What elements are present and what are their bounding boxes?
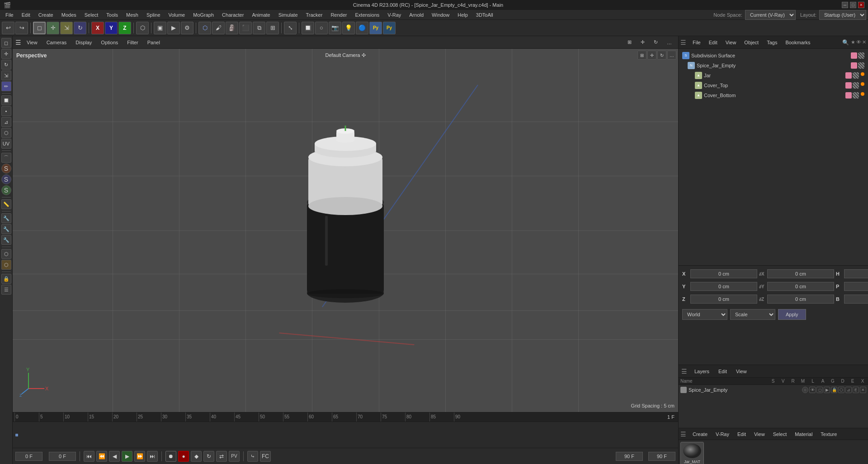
menu-select[interactable]: Select <box>81 11 102 19</box>
layer-row-spicejar[interactable]: Spice_Jar_Empty ○ 👁 ◻ ▶ 🔒 ⬡ ⊿ E ✕ <box>679 385 868 395</box>
obj-row-cover-bottom[interactable]: ▲ Cover_Bottom <box>680 90 866 100</box>
left-spline-button[interactable]: ⌒ <box>1 153 11 163</box>
vray-button[interactable]: 🔵 <box>356 22 368 34</box>
array-button[interactable]: ⊞ <box>266 22 279 34</box>
vt-cameras[interactable]: Cameras <box>43 39 71 46</box>
menu-file[interactable]: File <box>2 11 17 19</box>
layers-tab-edit[interactable]: Edit <box>715 368 731 375</box>
maximize-button[interactable]: □ <box>850 2 856 8</box>
menu-3dtoall[interactable]: 3DToAll <box>472 11 497 19</box>
obj-row-cover-top[interactable]: ▲ Cover_Top <box>680 80 866 90</box>
layers-tab-view[interactable]: View <box>732 368 750 375</box>
layer-icon-geo[interactable]: ⬡ <box>838 387 844 393</box>
om-panel-icon[interactable]: ☰ <box>680 39 686 46</box>
preview-button[interactable]: PV <box>229 451 240 462</box>
viewport-3d[interactable]: Perspective Default Camera ✣ Grid Spacin… <box>13 49 678 412</box>
vt-layout-icon[interactable]: ⊞ <box>624 38 635 46</box>
python2-button[interactable]: Py <box>383 22 396 34</box>
coord-h-input[interactable] <box>844 269 868 278</box>
left-tool-f[interactable]: 🔒 <box>1 274 11 284</box>
render-settings-button[interactable]: ⚙ <box>181 22 193 34</box>
layer-icon-eye[interactable]: 👁 <box>809 387 816 393</box>
om-object[interactable]: Object <box>741 39 762 46</box>
transform-mode-dropdown[interactable]: Scale <box>730 309 775 320</box>
left-rotate-button[interactable]: ↻ <box>1 60 11 70</box>
auto-key-button[interactable]: ● <box>178 451 189 462</box>
layer-icon-lock[interactable]: 🔒 <box>831 387 837 393</box>
rotate-tool-button[interactable]: ↻ <box>74 22 86 34</box>
vp-icon-3[interactable]: ↻ <box>657 51 666 60</box>
mat-menu-icon[interactable]: ☰ <box>680 431 686 438</box>
close-button[interactable]: ✕ <box>858 2 864 8</box>
left-s1-button[interactable]: S <box>1 164 11 173</box>
left-measure-button[interactable]: 📏 <box>1 199 11 209</box>
vt-options[interactable]: Options <box>97 39 122 46</box>
apply-button[interactable]: Apply <box>778 309 806 320</box>
menu-simulate[interactable]: Simulate <box>275 11 302 19</box>
mat-tab-material[interactable]: Material <box>791 431 816 438</box>
coord-ry-input[interactable] <box>767 282 834 291</box>
play-button[interactable]: ▶ <box>122 451 132 462</box>
snap-button[interactable]: ⤡ <box>284 22 297 34</box>
om-bookmarks[interactable]: Bookmarks <box>782 39 814 46</box>
redo-button[interactable]: ↪ <box>15 22 28 34</box>
left-tool-a[interactable]: 🔧 <box>1 213 11 223</box>
coord-rz-input[interactable] <box>767 295 834 304</box>
record-button[interactable]: ⏺ <box>165 451 176 462</box>
om-file[interactable]: File <box>689 39 704 46</box>
om-tags[interactable]: Tags <box>763 39 781 46</box>
menu-render[interactable]: Render <box>327 11 350 19</box>
menu-tracker[interactable]: Tracker <box>302 11 326 19</box>
menu-vray[interactable]: V-Ray <box>384 11 405 19</box>
left-uvw-button[interactable]: UV <box>1 139 11 149</box>
om-close-icon[interactable]: ✕ <box>862 39 866 45</box>
layer-icon-x[interactable]: ✕ <box>860 387 866 393</box>
minimize-button[interactable]: ─ <box>842 2 848 8</box>
left-tool-d[interactable]: ⬡ <box>1 249 11 259</box>
left-edge-button[interactable]: ⊿ <box>1 117 11 127</box>
layers-tab-layers[interactable]: Layers <box>691 368 713 375</box>
step-back-button[interactable]: ⏪ <box>96 451 107 462</box>
sculpt-button[interactable]: 🗿 <box>226 22 238 34</box>
menu-mesh[interactable]: Mesh <box>123 11 142 19</box>
layers-menu-icon[interactable]: ☰ <box>681 368 687 375</box>
left-tool-b[interactable]: 🔧 <box>1 224 11 234</box>
left-move-button[interactable]: ✛ <box>1 49 11 59</box>
left-scale-button[interactable]: ⇲ <box>1 70 11 80</box>
vp-icon-1[interactable]: ⊞ <box>637 51 646 60</box>
undo-button[interactable]: ↩ <box>2 22 14 34</box>
play-reverse-button[interactable]: ◀ <box>109 451 120 462</box>
z-axis-button[interactable]: Z <box>118 22 131 34</box>
hdri-button[interactable]: ○ <box>315 22 328 34</box>
layer-icon-anim[interactable]: ▶ <box>824 387 830 393</box>
step-forward-button[interactable]: ⏩ <box>134 451 145 462</box>
object-mode-button[interactable]: ◻ <box>33 22 46 34</box>
render-view-button[interactable]: ▶ <box>167 22 180 34</box>
vt-menu-icon[interactable]: ☰ <box>15 39 21 46</box>
coord-p-input[interactable] <box>844 282 868 291</box>
world-space-dropdown[interactable]: World <box>682 309 727 320</box>
vp-icon-2[interactable]: ✛ <box>647 51 656 60</box>
perspective-button[interactable]: ⬡ <box>198 22 211 34</box>
render-region-button[interactable]: ▣ <box>154 22 166 34</box>
vt-panel[interactable]: Panel <box>144 39 164 46</box>
goto-start-button[interactable]: ⏮ <box>84 451 94 462</box>
cube-button[interactable]: ⬛ <box>239 22 252 34</box>
mat-item-jar[interactable]: Jar_MAT <box>680 442 704 464</box>
timeline-tracks[interactable] <box>13 422 678 448</box>
menu-spline[interactable]: Spline <box>143 11 164 19</box>
menu-modes[interactable]: Modes <box>58 11 80 19</box>
mat-tab-texture[interactable]: Texture <box>817 431 840 438</box>
menu-create[interactable]: Create <box>35 11 57 19</box>
python-button[interactable]: Py <box>369 22 382 34</box>
display-mode-button[interactable]: 🔲 <box>302 22 314 34</box>
y-axis-button[interactable]: Y <box>105 22 118 34</box>
left-pen-button[interactable]: ✏ <box>1 81 11 91</box>
fc-button[interactable]: FC <box>260 451 271 462</box>
x-axis-button[interactable]: X <box>91 22 104 34</box>
node-space-dropdown[interactable]: Current (V-Ray) <box>745 10 796 20</box>
coord-rx-input[interactable] <box>767 269 834 278</box>
scale-tool-button[interactable]: ⇲ <box>60 22 73 34</box>
menu-extensions[interactable]: Extensions <box>351 11 383 19</box>
end-frame-input[interactable] <box>616 452 643 461</box>
